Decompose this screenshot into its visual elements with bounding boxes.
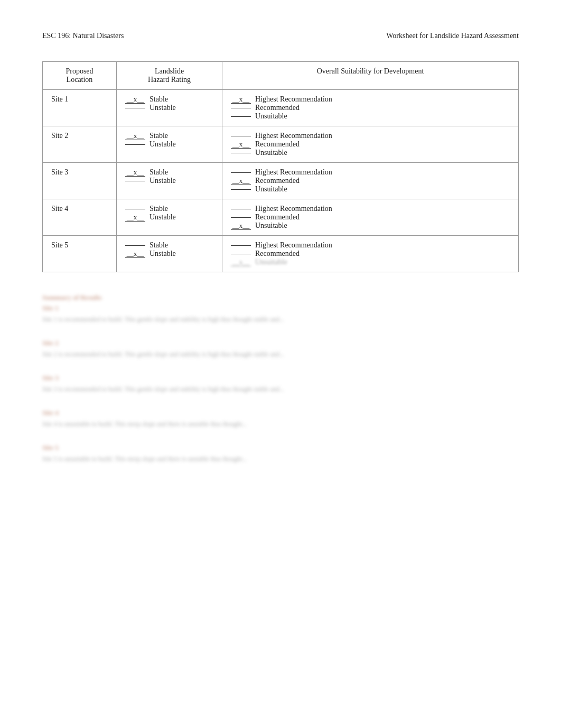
blurred-row-text-3: Site 3 is recommended to build. This gen…: [42, 384, 519, 394]
header-right: Worksheet for Landslide Hazard Assessmen…: [386, 32, 519, 40]
suitability-unsuitable-3: Unsuitable: [231, 185, 510, 193]
col-header-suitability: Overall Suitability for Development: [222, 62, 519, 90]
suitability-highest-1: __x__ Highest Recommendation: [231, 95, 510, 104]
suitability-recommended-5: Recommended: [231, 250, 510, 258]
suitability-cell-2: Highest Recommendation__x__ Recommended …: [222, 126, 519, 163]
blurred-row-label-5: Site 5: [42, 444, 519, 452]
suitability-cell-5: Highest Recommendation Recommended__x__ …: [222, 236, 519, 272]
hazard-cell-3: __x__ Stable Unstable: [117, 163, 222, 199]
suitability-highest-2: Highest Recommendation: [231, 132, 510, 140]
blurred-row-3: Site 3 Site 3 is recommended to build. T…: [42, 374, 519, 394]
unstable-option-2: Unstable: [125, 140, 213, 149]
hazard-cell-5: Stable__x__ Unstable: [117, 236, 222, 272]
suitability-highest-4: Highest Recommendation: [231, 205, 510, 213]
unstable-option-1: Unstable: [125, 104, 213, 112]
stable-option-3: __x__ Stable: [125, 168, 213, 177]
hazard-cell-2: __x__ Stable Unstable: [117, 126, 222, 163]
suitability-unsuitable-2: Unsuitable: [231, 149, 510, 157]
blurred-title: Summary of Results: [42, 293, 519, 302]
hazard-cell-1: __x__ Stable Unstable: [117, 90, 222, 126]
stable-option-4: Stable: [125, 205, 213, 213]
col-header-hazard: LandslideHazard Rating: [117, 62, 222, 90]
blurred-row-5: Site 5 Site 5 is unsuitable to build. Th…: [42, 444, 519, 464]
site-label-2: Site 2: [43, 126, 117, 163]
blurred-row-label-3: Site 3: [42, 374, 519, 382]
suitability-highest-3: Highest Recommendation: [231, 168, 510, 177]
suitability-recommended-2: __x__ Recommended: [231, 140, 510, 149]
unstable-option-4: __x__ Unstable: [125, 213, 213, 222]
site-label-1: Site 1: [43, 90, 117, 126]
assessment-table: ProposedLocation LandslideHazard Rating …: [42, 61, 519, 272]
suitability-unsuitable-4: __x__ Unsuitable: [231, 222, 510, 230]
stable-option-1: __x__ Stable: [125, 95, 213, 104]
blurred-row-4: Site 4 Site 4 is unsuitable to build. Th…: [42, 409, 519, 429]
blurred-row-1: Site 1 Site 1 is recommended to build. T…: [42, 304, 519, 324]
header-left: ESC 196: Natural Disasters: [42, 32, 124, 40]
blurred-row-label-1: Site 1: [42, 304, 519, 312]
hazard-cell-4: Stable__x__ Unstable: [117, 199, 222, 236]
suitability-recommended-4: Recommended: [231, 213, 510, 222]
suitability-cell-4: Highest Recommendation Recommended__x__ …: [222, 199, 519, 236]
blurred-row-text-2: Site 2 is recommended to build. This gen…: [42, 349, 519, 359]
blurred-row-2: Site 2 Site 2 is recommended to build. T…: [42, 339, 519, 359]
blurred-row-label-2: Site 2: [42, 339, 519, 347]
blurred-row-text-4: Site 4 is unsuitable to build. This stee…: [42, 419, 519, 429]
suitability-cell-3: Highest Recommendation__x__ Recommended …: [222, 163, 519, 199]
suitability-cell-1: __x__ Highest Recommendation Recommended…: [222, 90, 519, 126]
suitability-highest-5: Highest Recommendation: [231, 241, 510, 250]
stable-option-5: Stable: [125, 241, 213, 250]
blurred-row-text-1: Site 1 is recommended to build. This gen…: [42, 315, 519, 324]
unstable-option-3: Unstable: [125, 177, 213, 185]
site-label-5: Site 5: [43, 236, 117, 272]
suitability-unsuitable-1: Unsuitable: [231, 112, 510, 121]
suitability-recommended-1: Recommended: [231, 104, 510, 112]
suitability-recommended-3: __x__ Recommended: [231, 177, 510, 185]
site-label-3: Site 3: [43, 163, 117, 199]
blurred-row-text-5: Site 5 is unsuitable to build. This stee…: [42, 454, 519, 464]
stable-option-2: __x__ Stable: [125, 132, 213, 140]
blurred-row-label-4: Site 4: [42, 409, 519, 417]
blurred-summary: Summary of Results Site 1 Site 1 is reco…: [42, 293, 519, 464]
col-header-site: ProposedLocation: [43, 62, 117, 90]
unstable-option-5: __x__ Unstable: [125, 250, 213, 258]
site-label-4: Site 4: [43, 199, 117, 236]
suitability-unsuitable-5: __x__ Unsuitable: [231, 258, 510, 266]
